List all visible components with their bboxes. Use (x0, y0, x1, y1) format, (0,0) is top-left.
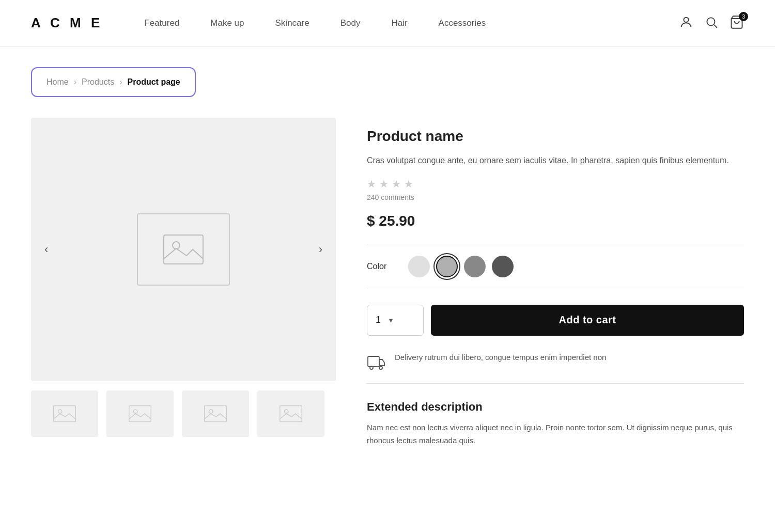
gallery-prev-button[interactable]: ‹ (39, 238, 53, 261)
nav-item-accessories[interactable]: Accessories (439, 18, 486, 28)
main-nav: Featured Make up Skincare Body Hair Acce… (144, 18, 679, 28)
svg-point-1 (707, 18, 715, 25)
cart-badge: 3 (739, 12, 748, 21)
svg-rect-10 (205, 406, 227, 422)
star-4: ★ (404, 178, 413, 190)
nav-item-body[interactable]: Body (340, 18, 361, 28)
header-icons: 3 (679, 15, 744, 32)
logo: A C M E (31, 15, 103, 31)
breadcrumb-products[interactable]: Products (82, 77, 114, 87)
delivery-text: Delivery rutrum dui libero, congue tempu… (395, 351, 606, 364)
product-rating: ★ ★ ★ ★ (367, 178, 744, 190)
gallery-image-placeholder (137, 213, 230, 286)
color-label: Color (367, 262, 398, 271)
divider-1 (367, 244, 744, 244)
gallery-next-button[interactable]: › (314, 238, 328, 261)
svg-rect-14 (368, 356, 379, 367)
chevron-down-icon: ▾ (389, 316, 393, 324)
user-icon[interactable] (679, 15, 693, 32)
color-options (408, 256, 514, 277)
product-layout: ‹ › (31, 118, 744, 447)
divider-3 (367, 383, 744, 384)
search-icon[interactable] (705, 15, 718, 31)
gallery-thumb-1[interactable] (31, 390, 98, 437)
color-swatch-white[interactable] (408, 256, 430, 277)
breadcrumb-sep-2: › (119, 77, 122, 87)
delivery-icon (367, 352, 385, 371)
nav-item-featured[interactable]: Featured (144, 18, 179, 28)
svg-rect-4 (164, 235, 203, 264)
add-to-cart-button[interactable]: Add to cart (431, 305, 744, 336)
header: A C M E Featured Make up Skincare Body H… (0, 0, 775, 46)
color-swatch-light-gray[interactable] (436, 256, 458, 277)
extended-description-text: Nam nec est non lectus viverra aliquet n… (367, 421, 744, 447)
breadcrumb-home[interactable]: Home (47, 77, 69, 87)
breadcrumb-sep-1: › (74, 77, 76, 87)
svg-point-16 (379, 366, 382, 369)
gallery-thumbnails (31, 390, 336, 437)
nav-item-skincare[interactable]: Skincare (275, 18, 309, 28)
divider-2 (367, 289, 744, 289)
breadcrumb-current: Product page (127, 77, 180, 87)
color-swatch-medium-gray[interactable] (464, 256, 486, 277)
star-3: ★ (392, 178, 401, 190)
product-description: Cras volutpat congue ante, eu ornare sem… (367, 154, 744, 167)
qty-value: 1 (376, 315, 381, 325)
delivery-info: Delivery rutrum dui libero, congue tempu… (367, 351, 744, 371)
nav-item-hair[interactable]: Hair (391, 18, 407, 28)
gallery-thumb-3[interactable] (182, 390, 249, 437)
svg-point-11 (209, 410, 213, 413)
svg-point-7 (58, 410, 62, 413)
gallery-thumb-2[interactable] (106, 390, 174, 437)
quantity-select[interactable]: 1 ▾ (367, 305, 424, 336)
nav-item-makeup[interactable]: Make up (210, 18, 244, 28)
color-swatch-dark-gray[interactable] (492, 256, 514, 277)
cart-icon[interactable]: 3 (730, 15, 744, 32)
svg-rect-8 (129, 406, 151, 422)
svg-point-0 (684, 17, 688, 22)
product-info: Product name Cras volutpat congue ante, … (367, 118, 744, 447)
product-comments-count[interactable]: 240 comments (367, 193, 744, 201)
star-2: ★ (379, 178, 389, 190)
gallery-main-image: ‹ › (31, 118, 336, 381)
main-content: Home › Products › Product page ‹ › (0, 46, 775, 468)
product-price: $ 25.90 (367, 213, 744, 229)
product-name: Product name (367, 128, 744, 145)
svg-point-13 (285, 410, 288, 413)
star-1: ★ (367, 178, 376, 190)
svg-line-2 (714, 24, 717, 27)
breadcrumb: Home › Products › Product page (31, 67, 196, 97)
extended-description-title: Extended description (367, 400, 744, 414)
color-selector: Color (367, 256, 744, 277)
svg-rect-12 (280, 406, 302, 422)
cart-row: 1 ▾ Add to cart (367, 305, 744, 336)
gallery-thumb-4[interactable] (257, 390, 324, 437)
product-gallery: ‹ › (31, 118, 336, 447)
svg-rect-6 (54, 406, 76, 422)
svg-point-9 (134, 410, 137, 413)
